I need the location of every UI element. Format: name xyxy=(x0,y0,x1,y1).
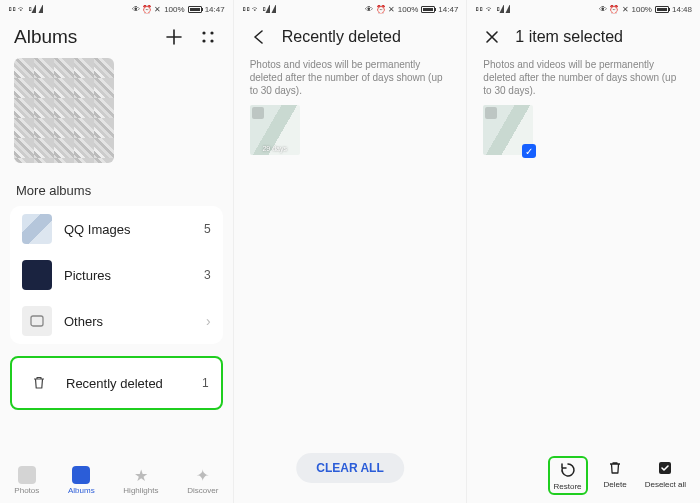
restore-button[interactable]: Restore xyxy=(550,458,586,493)
status-time: 14:47 xyxy=(205,5,225,14)
compass-icon: ✦ xyxy=(194,466,212,484)
status-bar: ▯▯ ᯤ ▯◢ ◢ 👁 ⏰ ✕ 100% 14:47 xyxy=(0,0,233,16)
action-label: Deselect all xyxy=(645,480,686,489)
check-icon: ✓ xyxy=(522,144,536,158)
nav-label: Highlights xyxy=(123,486,158,495)
info-text: Photos and videos will be permanently de… xyxy=(467,58,700,105)
status-icons: 👁 ⏰ ✕ xyxy=(599,5,628,14)
info-text: Photos and videos will be permanently de… xyxy=(234,58,467,105)
status-bar: ▯▯ ᯤ ▯◢ ◢ 👁 ⏰ ✕ 100% 14:47 xyxy=(234,0,467,16)
status-icons: 👁 ⏰ ✕ xyxy=(365,5,394,14)
type-badge-icon xyxy=(252,107,264,119)
nav-label: Discover xyxy=(187,486,218,495)
status-bar: ▯▯ ᯤ ▯◢ ◢ 👁 ⏰ ✕ 100% 14:48 xyxy=(467,0,700,16)
battery-icon xyxy=(421,6,435,13)
trash-icon xyxy=(24,368,54,398)
albums-icon xyxy=(72,466,90,484)
recently-deleted-count: 1 xyxy=(202,376,209,390)
action-label: Restore xyxy=(554,482,582,491)
photos-icon xyxy=(18,466,36,484)
close-button[interactable] xyxy=(481,26,503,48)
menu-dots-icon[interactable] xyxy=(197,26,219,48)
status-right: 👁 ⏰ ✕ 100% 14:47 xyxy=(132,5,225,14)
album-list: QQ Images 5 Pictures 3 Others › xyxy=(10,206,223,344)
deleted-photo-thumb[interactable]: 29 days xyxy=(250,105,300,155)
album-thumb xyxy=(22,306,52,336)
album-thumb xyxy=(22,214,52,244)
status-icons: 👁 ⏰ ✕ xyxy=(132,5,161,14)
battery-pct: 100% xyxy=(632,5,652,14)
header: 1 item selected xyxy=(467,16,700,58)
svg-rect-4 xyxy=(31,316,43,326)
recently-deleted-row[interactable]: Recently deleted 1 xyxy=(10,356,223,410)
deselect-all-button[interactable]: Deselect all xyxy=(645,458,686,493)
battery-pct: 100% xyxy=(164,5,184,14)
thumb-grid: 29 days xyxy=(234,105,467,155)
album-row-pictures[interactable]: Pictures 3 xyxy=(10,252,223,298)
back-button[interactable] xyxy=(248,26,270,48)
type-badge-icon xyxy=(485,107,497,119)
battery-icon xyxy=(188,6,202,13)
status-left: ▯▯ ᯤ ▯◢ ◢ xyxy=(242,5,277,14)
header: Albums xyxy=(0,16,233,58)
recently-deleted-label: Recently deleted xyxy=(66,376,190,391)
thumb-grid: ✓ xyxy=(467,105,700,155)
status-right: 👁 ⏰ ✕ 100% 14:48 xyxy=(599,5,692,14)
nav-label: Albums xyxy=(68,486,95,495)
album-thumb xyxy=(22,260,52,290)
battery-pct: 100% xyxy=(398,5,418,14)
restore-icon xyxy=(558,460,578,480)
delete-button[interactable]: Delete xyxy=(604,458,627,493)
album-count: 5 xyxy=(204,222,211,236)
checkbox-checked-icon xyxy=(655,458,675,478)
page-title: Albums xyxy=(14,26,151,48)
action-label: Delete xyxy=(604,480,627,489)
svg-point-0 xyxy=(202,31,205,34)
trash-icon xyxy=(605,458,625,478)
nav-label: Photos xyxy=(14,486,39,495)
page-title: Recently deleted xyxy=(282,28,453,46)
screen-recently-deleted: ▯▯ ᯤ ▯◢ ◢ 👁 ⏰ ✕ 100% 14:47 Recently dele… xyxy=(233,0,467,503)
screen-item-selected: ▯▯ ᯤ ▯◢ ◢ 👁 ⏰ ✕ 100% 14:48 1 item select… xyxy=(466,0,700,503)
status-time: 14:47 xyxy=(438,5,458,14)
svg-point-3 xyxy=(210,39,213,42)
clear-all-button[interactable]: CLEAR ALL xyxy=(296,453,404,483)
nav-highlights[interactable]: ★ Highlights xyxy=(123,466,158,495)
album-name: Others xyxy=(64,314,194,329)
nav-photos[interactable]: Photos xyxy=(14,466,39,495)
chevron-right-icon: › xyxy=(206,313,211,329)
add-button[interactable] xyxy=(163,26,185,48)
nav-discover[interactable]: ✦ Discover xyxy=(187,466,218,495)
bottom-nav: Photos Albums ★ Highlights ✦ Discover xyxy=(0,460,233,503)
star-icon: ★ xyxy=(132,466,150,484)
album-name: QQ Images xyxy=(64,222,192,237)
svg-point-1 xyxy=(210,31,213,34)
nav-albums[interactable]: Albums xyxy=(68,466,95,495)
action-bar: Restore Delete Deselect all xyxy=(467,450,700,503)
album-cover[interactable] xyxy=(14,58,114,163)
days-left-label: 29 days xyxy=(262,145,287,155)
album-row-qq[interactable]: QQ Images 5 xyxy=(10,206,223,252)
album-count: 3 xyxy=(204,268,211,282)
screen-albums: ▯▯ ᯤ ▯◢ ◢ 👁 ⏰ ✕ 100% 14:47 Albums More a… xyxy=(0,0,233,503)
more-albums-label: More albums xyxy=(0,177,233,206)
page-title: 1 item selected xyxy=(515,28,686,46)
album-name: Pictures xyxy=(64,268,192,283)
battery-icon xyxy=(655,6,669,13)
deleted-photo-thumb-selected[interactable]: ✓ xyxy=(483,105,533,155)
svg-point-2 xyxy=(202,39,205,42)
status-time: 14:48 xyxy=(672,5,692,14)
status-left: ▯▯ ᯤ ▯◢ ◢ xyxy=(8,5,43,14)
status-right: 👁 ⏰ ✕ 100% 14:47 xyxy=(365,5,458,14)
status-left: ▯▯ ᯤ ▯◢ ◢ xyxy=(475,5,510,14)
header: Recently deleted xyxy=(234,16,467,58)
album-row-others[interactable]: Others › xyxy=(10,298,223,344)
